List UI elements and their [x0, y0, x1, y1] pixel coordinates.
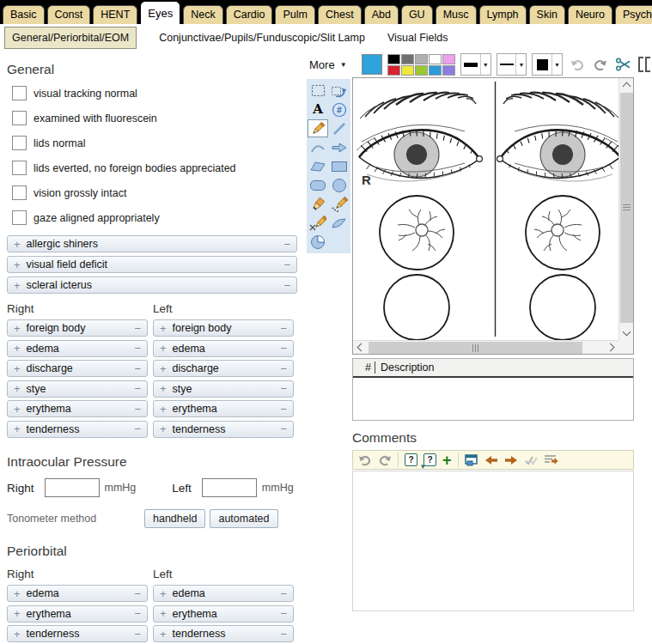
- expand-icon[interactable]: +: [14, 280, 21, 291]
- expand-icon[interactable]: +: [160, 323, 167, 334]
- erase-tool[interactable]: [308, 214, 328, 232]
- expand-icon[interactable]: +: [14, 363, 21, 374]
- scroll-down-button[interactable]: [619, 326, 633, 340]
- right-eye-erythema[interactable]: +erythema−: [7, 400, 148, 417]
- tab-musc[interactable]: Musc: [436, 5, 477, 24]
- tonometer-automated-button[interactable]: automated: [210, 509, 277, 528]
- insert-lines-icon[interactable]: [544, 454, 558, 465]
- checkbox-gaze-aligned-appropriately[interactable]: gaze aligned appropriately: [12, 210, 306, 225]
- line-width-dropdown[interactable]: ▼: [460, 53, 491, 76]
- pencil-tool[interactable]: [308, 119, 328, 137]
- horizontal-scroll-thumb[interactable]: [369, 342, 582, 354]
- expand-icon[interactable]: +: [14, 608, 21, 619]
- tab-abd[interactable]: Abd: [364, 5, 399, 24]
- help-icon[interactable]: ?: [405, 453, 417, 466]
- tab-neck[interactable]: Neck: [183, 5, 222, 24]
- left-eye-stye[interactable]: +stye−: [153, 380, 294, 398]
- iop-right-input[interactable]: [45, 478, 100, 497]
- pie-tool[interactable]: [308, 233, 328, 251]
- tab-gu[interactable]: GU: [401, 5, 433, 24]
- subtab-conjunctivae-pupils-funduscopic-slit-lamp[interactable]: Conjunctivae/Pupils/Funduscopic/Slit Lam…: [159, 32, 365, 44]
- right-eye-foreign-body[interactable]: +foreign body−: [7, 319, 148, 337]
- collapse-icon[interactable]: −: [134, 608, 141, 619]
- left-eye-erythema[interactable]: +erythema−: [153, 400, 294, 417]
- scroll-left-button[interactable]: [353, 341, 367, 354]
- collapse-icon[interactable]: −: [280, 363, 287, 374]
- marker-tool[interactable]: [308, 195, 328, 213]
- right-eye-tenderness[interactable]: +tenderness−: [7, 421, 148, 438]
- collapse-icon[interactable]: −: [134, 588, 141, 599]
- left-eye-discharge[interactable]: +discharge−: [153, 360, 294, 377]
- select-lasso-tool[interactable]: [329, 82, 350, 100]
- collapse-icon[interactable]: −: [280, 383, 287, 394]
- tonometer-handheld-button[interactable]: handheld: [144, 509, 205, 528]
- closed-curve-tool[interactable]: [329, 214, 350, 232]
- iop-left-input[interactable]: [202, 478, 257, 497]
- checkbox-box[interactable]: [12, 136, 27, 150]
- collapse-icon[interactable]: −: [280, 608, 287, 619]
- number-stamp-tool[interactable]: #: [329, 100, 350, 118]
- color-swatch[interactable]: [387, 65, 400, 76]
- tab-basic[interactable]: Basic: [3, 5, 45, 24]
- arrow-tool[interactable]: [329, 138, 350, 156]
- periorbital-right-tenderness[interactable]: +tenderness−: [7, 625, 148, 642]
- tab-pulm[interactable]: Pulm: [275, 5, 314, 24]
- select-rect-tool[interactable]: [308, 82, 328, 100]
- periorbital-left-tenderness[interactable]: +tenderness−: [153, 625, 294, 642]
- rectangle-tool[interactable]: [329, 157, 350, 175]
- add-icon[interactable]: +: [442, 453, 452, 468]
- line-style-dropdown[interactable]: ▼: [497, 53, 527, 76]
- right-eye-discharge[interactable]: +discharge−: [7, 360, 148, 377]
- tab-lymph[interactable]: Lymph: [479, 5, 527, 24]
- drawing-canvas[interactable]: R: [352, 77, 634, 355]
- redo-icon[interactable]: [378, 454, 392, 466]
- tab-eyes[interactable]: Eyes: [140, 1, 180, 24]
- vertical-scroll-thumb[interactable]: [620, 93, 633, 323]
- checkbox-visual-tracking-normal[interactable]: visual tracking normal: [12, 86, 306, 100]
- expand-icon[interactable]: +: [14, 239, 21, 250]
- collapse-icon[interactable]: −: [134, 323, 141, 334]
- canvas-horizontal-scrollbar[interactable]: [353, 340, 618, 354]
- checkbox-box[interactable]: [12, 86, 27, 100]
- checkbox-vision-grossly-intact[interactable]: vision grossly intact: [12, 185, 306, 200]
- collapse-icon[interactable]: −: [283, 280, 290, 291]
- arc-tool[interactable]: [308, 138, 328, 156]
- tab-hent[interactable]: HENT: [93, 5, 137, 24]
- expand-icon[interactable]: +: [160, 608, 167, 619]
- expand-icon[interactable]: +: [14, 343, 21, 354]
- left-eye-tenderness[interactable]: +tenderness−: [153, 421, 294, 438]
- expand-icon[interactable]: +: [14, 588, 21, 599]
- expand-icon[interactable]: +: [14, 423, 21, 434]
- color-swatch[interactable]: [401, 54, 414, 64]
- collapse-icon[interactable]: −: [280, 343, 287, 354]
- color-swatch[interactable]: [429, 65, 442, 76]
- subtab-visual-fields[interactable]: Visual Fields: [387, 32, 448, 44]
- tab-psych[interactable]: Psych: [615, 5, 652, 24]
- color-swatch[interactable]: [401, 65, 414, 76]
- color-swatch[interactable]: [442, 65, 455, 76]
- ellipse-tool[interactable]: [329, 176, 350, 194]
- left-eye-foreign-body[interactable]: +foreign body−: [153, 319, 294, 337]
- cut-scissors-icon[interactable]: [615, 58, 631, 71]
- periorbital-left-erythema[interactable]: +erythema−: [153, 605, 294, 623]
- expand-icon[interactable]: +: [160, 588, 167, 599]
- checkbox-box[interactable]: [12, 161, 27, 175]
- expand-icon[interactable]: +: [160, 343, 167, 354]
- checkbox-box[interactable]: [12, 210, 27, 225]
- checkbox-examined-with-fluorescein[interactable]: examined with fluorescein: [12, 111, 306, 125]
- collapse-icon[interactable]: −: [280, 404, 287, 415]
- collapse-icon[interactable]: −: [134, 343, 141, 354]
- collapse-icon[interactable]: −: [280, 423, 287, 434]
- collapse-icon[interactable]: −: [280, 629, 287, 640]
- paste-bracket-icon[interactable]: [638, 57, 652, 72]
- collapse-icon[interactable]: −: [280, 588, 287, 599]
- color-swatch[interactable]: [415, 54, 428, 64]
- tab-chest[interactable]: Chest: [318, 5, 362, 24]
- finding-scleral-icterus[interactable]: +scleral icterus−: [7, 276, 297, 294]
- expand-icon[interactable]: +: [160, 383, 167, 394]
- collapse-icon[interactable]: −: [134, 383, 141, 394]
- rounded-rectangle-tool[interactable]: [308, 176, 328, 194]
- eye-diagram[interactable]: R: [353, 78, 618, 340]
- expand-icon[interactable]: +: [160, 423, 167, 434]
- color-swatch[interactable]: [387, 54, 400, 64]
